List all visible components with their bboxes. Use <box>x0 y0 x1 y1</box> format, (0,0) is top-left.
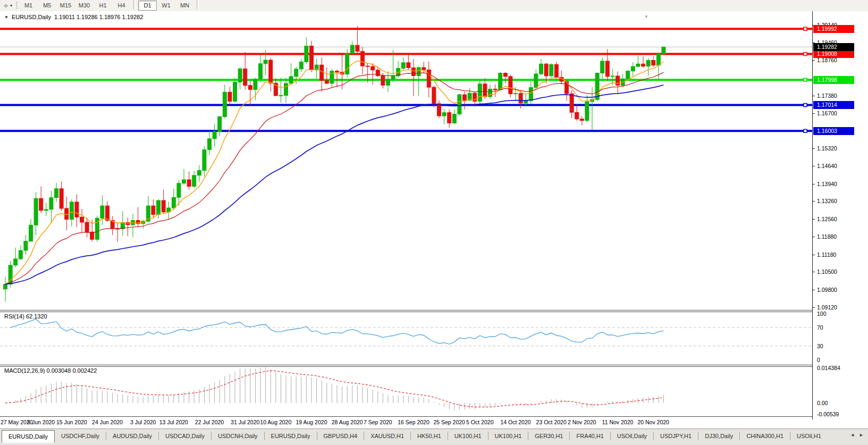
price-tick-label: 1.18760 <box>817 57 837 63</box>
macd-scale-label: 0.00 <box>817 400 828 406</box>
date-label: 15 Jun 2020 <box>56 419 87 425</box>
timeframe-m5[interactable]: M5 <box>38 1 56 11</box>
price-tick-mark <box>813 255 815 255</box>
tab-usdcad-daily[interactable]: USDCAD,Daily <box>159 430 211 442</box>
timeframe-h4[interactable]: H4 <box>112 1 131 11</box>
toolbar-separator <box>133 1 136 9</box>
date-label: 2 Nov 2020 <box>568 419 596 425</box>
price-tick-label: 1.09120 <box>817 304 837 310</box>
price-tick-mark <box>813 60 815 61</box>
macd-chart[interactable] <box>0 367 812 416</box>
rsi-scale-label: 0 <box>817 357 820 363</box>
date-label: 31 Jul 2020 <box>231 419 259 425</box>
timeframe-m30[interactable]: M30 <box>75 1 94 11</box>
tab-scroll-right-icon[interactable]: ► <box>859 432 864 438</box>
timeframe-toolbar: ✛ ▾ M1M5M15M30H1H4D1W1MN <box>0 0 868 12</box>
price-tick-label: 1.14640 <box>817 163 837 169</box>
price-tick-mark <box>813 96 815 96</box>
main-price-chart[interactable] <box>0 11 812 310</box>
date-label: 3 Jul 2020 <box>130 419 156 425</box>
toolbar-grip[interactable] <box>16 2 18 10</box>
tab-usdjpy-h1[interactable]: USDJPY,H1 <box>654 430 698 442</box>
timeframe-w1[interactable]: W1 <box>157 1 175 11</box>
chart-title-row: ▼ EURUSD,Daily 1.19011 1.19286 1.18976 1… <box>4 13 143 21</box>
level-price-badge: 1.19008 <box>813 50 854 58</box>
date-label: 10 Aug 2020 <box>260 419 291 425</box>
price-tick-label: 1.10500 <box>817 268 837 275</box>
date-label: 11 Nov 2020 <box>602 419 634 425</box>
tab-usoil-h1[interactable]: USOil,H1 <box>790 430 828 442</box>
tab-usdchf-daily[interactable]: USDCHF,Daily <box>55 430 106 442</box>
trading-terminal-window: ✛ ▾ M1M5M15M30H1H4D1W1MN ▼ EURUSD,Daily … <box>0 0 868 445</box>
pane-splitter-main-rsi[interactable] <box>0 310 868 312</box>
price-tick-mark <box>813 148 815 149</box>
rsi-chart[interactable] <box>0 312 812 365</box>
tab-xauusd-h1[interactable]: XAUUSD,H1 <box>364 430 410 442</box>
chart-tab-bar: EURUSD,DailyUSDCHF,DailyAUDUSD,DailyUSDC… <box>0 429 868 445</box>
tab-usdcnh-daily[interactable]: USDCNH,Daily <box>212 430 264 442</box>
price-tick-mark <box>813 166 815 166</box>
toolbar-separator <box>197 1 199 9</box>
toolbar-dropdown-caret-icon[interactable]: ▾ <box>10 3 12 8</box>
date-label: 20 Nov 2020 <box>637 419 669 425</box>
date-label: 28 Aug 2020 <box>332 419 363 425</box>
price-tick-mark <box>813 237 815 237</box>
tab-dj30-daily[interactable]: DJ30,Daily <box>698 430 739 442</box>
rsi-scale-label: 30 <box>817 343 823 349</box>
tab-china300-h1[interactable]: CHINA300,H1 <box>740 430 790 442</box>
tab-fra40-h1[interactable]: FRA40,H1 <box>570 430 610 442</box>
macd-indicator-label: MACD(12,26,9) 0.003048 0.002422 <box>4 367 97 374</box>
tab-uk100-h1[interactable]: UK100,H1 <box>448 430 488 442</box>
timeframe-h1[interactable]: H1 <box>94 1 112 11</box>
timeframe-m1[interactable]: M1 <box>19 1 38 11</box>
price-tick-mark <box>813 113 815 114</box>
tab-scroll-arrows: ◄► <box>848 430 868 438</box>
timeframe-mn[interactable]: MN <box>175 1 194 11</box>
pane-splitter-rsi-macd[interactable] <box>0 365 868 367</box>
tab-uk100-h1[interactable]: UK100,H1 <box>488 430 528 442</box>
price-tick-mark <box>813 307 815 308</box>
price-tick-label: 1.15320 <box>817 145 837 152</box>
date-label: 13 Jul 2020 <box>159 419 188 425</box>
price-tick-label: 1.13260 <box>817 198 837 204</box>
price-tick-mark <box>813 184 815 184</box>
timeframe-m15[interactable]: M15 <box>56 1 75 11</box>
price-tick-label: 1.11180 <box>817 251 836 258</box>
chart-title-symbol: EURUSD,Daily <box>12 14 51 20</box>
price-tick-label: 1.17380 <box>817 93 837 99</box>
level-price-badge: 1.16003 <box>813 127 854 135</box>
date-label: 19 Aug 2020 <box>296 419 327 425</box>
tab-eurusd-daily[interactable]: EURUSD,Daily <box>2 430 55 443</box>
price-tick-mark <box>813 201 815 201</box>
level-price-badge: 1.19992 <box>813 25 854 33</box>
date-label: 25 Sep 2020 <box>433 419 465 425</box>
tab-hk50-h1[interactable]: HK50,H1 <box>411 430 448 442</box>
current-price-badge: 1.19282 <box>813 43 854 51</box>
date-label: 7 Sep 2020 <box>364 419 392 425</box>
tab-audusd-daily[interactable]: AUDUSD,Daily <box>106 430 158 442</box>
level-price-badge: 1.17014 <box>813 101 854 109</box>
price-axis[interactable]: 1.201401.194601.187601.173801.167001.153… <box>812 11 868 419</box>
timeframe-d1[interactable]: D1 <box>138 1 157 11</box>
price-tick-label: 1.11880 <box>817 233 837 240</box>
rsi-scale-label: 100 <box>817 310 827 317</box>
price-tick-label: 1.12560 <box>817 216 837 222</box>
tab-usoil-daily[interactable]: USOil,Daily <box>611 430 653 442</box>
tab-eurusd-daily[interactable]: EURUSD,Daily <box>265 430 317 442</box>
date-label: 14 Oct 2020 <box>500 419 530 425</box>
scroll-anchor-icon[interactable]: ▼ <box>644 14 648 19</box>
date-label: 22 Jul 2020 <box>195 419 224 425</box>
price-tick-mark <box>813 272 815 272</box>
tab-ger30-h1[interactable]: GER30,H1 <box>528 430 569 442</box>
macd-scale-label: -0.00539 <box>817 411 839 417</box>
date-label: 23 Oct 2020 <box>536 419 567 425</box>
rsi-scale-label: 70 <box>817 324 823 331</box>
symbol-caret-icon[interactable]: ▼ <box>4 15 9 20</box>
rsi-indicator-label: RSI(14) 62.1320 <box>4 313 47 320</box>
date-label: 5 Oct 2020 <box>466 419 493 425</box>
time-axis[interactable]: 27 May 20205 Jun 202015 Jun 202024 Jun 2… <box>0 417 812 429</box>
tab-gbpusd-h4[interactable]: GBPUSD,H4 <box>317 430 364 442</box>
crosshair-tool-icon[interactable]: ✛ <box>2 2 10 10</box>
tab-scroll-left-icon[interactable]: ◄ <box>850 432 855 438</box>
price-tick-mark <box>813 290 815 290</box>
